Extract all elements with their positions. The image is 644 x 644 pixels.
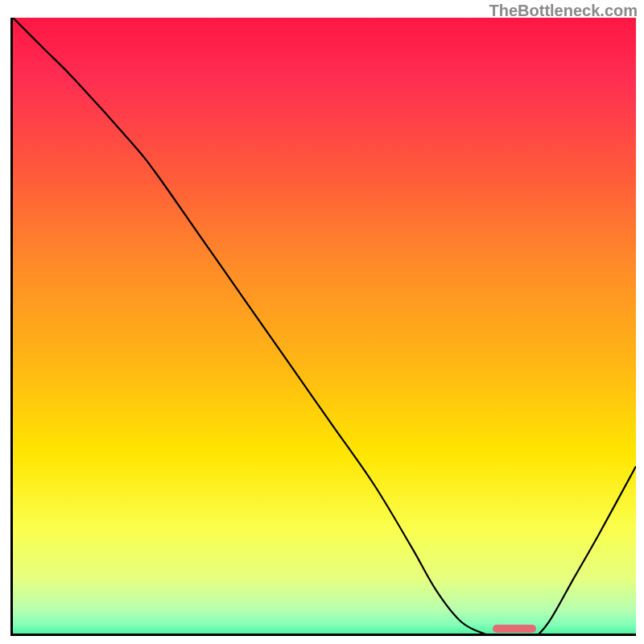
bottleneck-curve <box>13 18 636 636</box>
plot-area <box>10 18 636 636</box>
watermark-text: TheBottleneck.com <box>489 2 638 20</box>
chart-container: TheBottleneck.com <box>0 0 644 644</box>
optimal-marker <box>493 625 536 633</box>
